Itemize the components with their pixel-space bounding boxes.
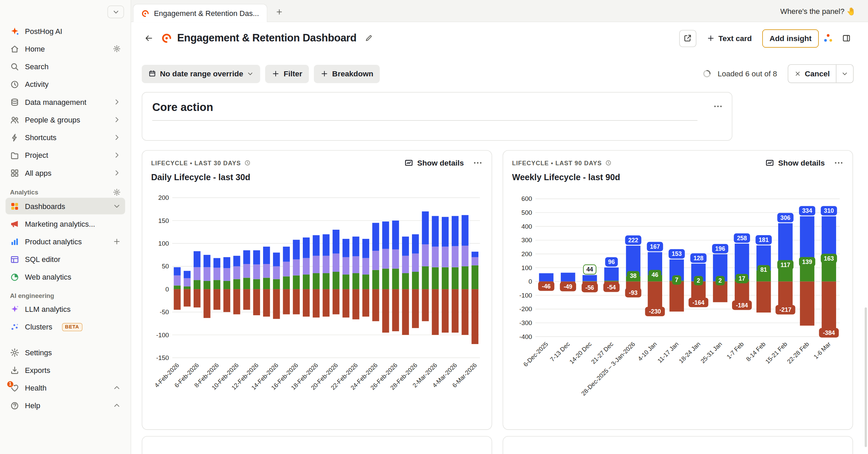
sidebar-item-home[interactable]: Home bbox=[5, 40, 125, 57]
presentation-icon bbox=[765, 158, 774, 168]
sidebar-item-health[interactable]: 1Health bbox=[5, 379, 125, 396]
llm-icon bbox=[10, 304, 19, 314]
svg-text:-164: -164 bbox=[692, 299, 705, 306]
gear-icon[interactable] bbox=[113, 188, 121, 196]
date-range-label: No date range override bbox=[160, 70, 243, 78]
sidebar-item-exports[interactable]: Exports bbox=[5, 362, 125, 378]
calendar-icon bbox=[149, 70, 156, 78]
insight-meta-row: LIFECYCLE • LAST 30 DAYS Show details bbox=[151, 158, 483, 168]
download-icon bbox=[10, 365, 19, 375]
svg-text:7: 7 bbox=[675, 277, 678, 283]
sidebar-item-dashboards[interactable]: Dashboards bbox=[5, 198, 125, 214]
svg-text:2: 2 bbox=[718, 277, 722, 284]
sidebar-item-web-analytics[interactable]: Web analytics bbox=[5, 269, 125, 285]
chevron-up-icon[interactable] bbox=[113, 384, 121, 392]
insight-menu-button[interactable] bbox=[834, 158, 844, 168]
back-arrow-icon bbox=[144, 34, 153, 43]
share-button[interactable] bbox=[679, 30, 696, 47]
sidebar-item-people-groups[interactable]: People & groups bbox=[5, 111, 125, 128]
svg-text:2: 2 bbox=[697, 277, 700, 284]
date-range-button[interactable]: No date range override bbox=[142, 64, 260, 83]
cancel-options-button[interactable] bbox=[836, 65, 853, 82]
svg-text:-100: -100 bbox=[519, 292, 532, 299]
sidebar-item-marketing-analytics[interactable]: Marketing analytics... bbox=[5, 215, 125, 232]
sidebar-item-posthog-ai[interactable]: PostHog AI bbox=[5, 23, 125, 39]
chevron-down-icon bbox=[247, 70, 254, 77]
svg-text:0: 0 bbox=[165, 286, 169, 293]
megaphone-icon bbox=[10, 219, 19, 229]
svg-text:8-14 Feb: 8-14 Feb bbox=[745, 341, 767, 363]
svg-text:400: 400 bbox=[521, 223, 532, 230]
insight-meta-row: LIFECYCLE • LAST 90 DAYS Show details bbox=[512, 158, 844, 168]
sidebar-item-label: SQL editor bbox=[25, 255, 60, 263]
chevron-up-icon[interactable] bbox=[113, 402, 121, 410]
posthog-logo-icon bbox=[141, 9, 149, 17]
add-insight-button[interactable]: Add insight bbox=[762, 29, 818, 48]
chevron-down-icon[interactable] bbox=[113, 202, 121, 210]
plus-icon[interactable] bbox=[113, 238, 121, 245]
chevron-right-icon[interactable] bbox=[113, 169, 121, 177]
insight-title[interactable]: Weekly Lifecycle - last 90d bbox=[512, 172, 844, 182]
chevron-down-icon bbox=[842, 70, 848, 77]
svg-text:-93: -93 bbox=[629, 289, 638, 296]
insight-menu-button[interactable] bbox=[473, 158, 482, 168]
sidebar-item-product-analytics[interactable]: Product analytics bbox=[5, 233, 125, 250]
gear-icon bbox=[10, 347, 19, 357]
sidebar-item-project[interactable]: Project bbox=[5, 147, 125, 164]
svg-text:50: 50 bbox=[162, 263, 169, 270]
back-button[interactable] bbox=[140, 30, 157, 47]
chevron-right-icon[interactable] bbox=[113, 116, 121, 124]
sidebar-item-search[interactable]: Search bbox=[5, 58, 125, 75]
text-card-button[interactable]: Text card bbox=[700, 29, 758, 48]
insight-title[interactable]: Daily Lifecycle - last 30d bbox=[151, 172, 483, 182]
tab-engagement-retention-dashboard[interactable]: Engagement & Retention Das... bbox=[133, 4, 268, 22]
sidebar-item-label: Activity bbox=[25, 80, 48, 88]
lightning-icon bbox=[10, 133, 19, 142]
svg-text:500: 500 bbox=[521, 209, 532, 216]
posthog-app: PostHog AIHomeSearchActivityData managem… bbox=[0, 0, 868, 454]
panel-toggle-button[interactable] bbox=[837, 30, 855, 47]
gear-icon[interactable] bbox=[113, 45, 121, 53]
sidebar-item-sql-editor[interactable]: SQL editor bbox=[5, 251, 125, 268]
svg-text:6-Dec-2025: 6-Dec-2025 bbox=[522, 341, 550, 368]
sidebar-item-activity[interactable]: Activity bbox=[5, 76, 125, 93]
heart-icon: 1 bbox=[10, 383, 19, 393]
breakdown-label: Breakdown bbox=[332, 70, 373, 78]
edit-title-button[interactable] bbox=[361, 31, 376, 45]
breakdown-button[interactable]: Breakdown bbox=[314, 64, 380, 83]
svg-text:0: 0 bbox=[529, 278, 532, 285]
sidebar-item-label: Help bbox=[25, 401, 40, 410]
sidebar-item-help[interactable]: Help bbox=[5, 397, 125, 414]
filter-button[interactable]: Filter bbox=[265, 64, 309, 83]
show-details-button[interactable]: Show details bbox=[404, 158, 464, 168]
insight-cards-row: LIFECYCLE • LAST 30 DAYS Show details bbox=[142, 150, 853, 430]
text-card-menu-button[interactable] bbox=[713, 101, 723, 111]
scrollbar[interactable] bbox=[865, 307, 867, 447]
sidebar-item-label: Search bbox=[25, 62, 48, 71]
show-details-button[interactable]: Show details bbox=[765, 158, 825, 168]
chevron-right-icon[interactable] bbox=[113, 133, 121, 141]
chevron-right-icon[interactable] bbox=[113, 98, 121, 106]
svg-text:600: 600 bbox=[521, 195, 532, 202]
sidebar-collapse-button[interactable] bbox=[107, 5, 124, 18]
sidebar-item-clusters[interactable]: ClustersBETA bbox=[5, 319, 125, 335]
sidebar-item-label: Settings bbox=[25, 348, 52, 356]
insight-meta: LIFECYCLE • LAST 90 DAYS bbox=[512, 159, 602, 166]
sidebar-item-data-management[interactable]: Data management bbox=[5, 94, 125, 110]
cancel-label: Cancel bbox=[805, 70, 830, 78]
dashboard-toolbar: No date range override Filter Breakdown … bbox=[131, 60, 868, 88]
toolbar-icon[interactable] bbox=[823, 33, 834, 44]
sidebar-item-all-apps[interactable]: All apps bbox=[5, 165, 125, 181]
sidebar-item-llm-analytics[interactable]: LLM analytics bbox=[5, 301, 125, 318]
new-tab-button[interactable] bbox=[272, 4, 287, 19]
svg-text:200: 200 bbox=[158, 194, 169, 201]
ellipsis-icon bbox=[713, 101, 723, 111]
chevron-right-icon[interactable] bbox=[113, 151, 121, 159]
pencil-icon bbox=[365, 34, 373, 42]
sidebar-item-shortcuts[interactable]: Shortcuts bbox=[5, 129, 125, 146]
cancel-button[interactable]: Cancel bbox=[788, 65, 836, 82]
sidebar-item-label: LLM analytics bbox=[25, 305, 71, 313]
sidebar-section-ai-engineering: AI engineering bbox=[10, 292, 121, 299]
ellipsis-icon bbox=[473, 158, 482, 168]
sidebar-item-settings[interactable]: Settings bbox=[5, 344, 125, 361]
